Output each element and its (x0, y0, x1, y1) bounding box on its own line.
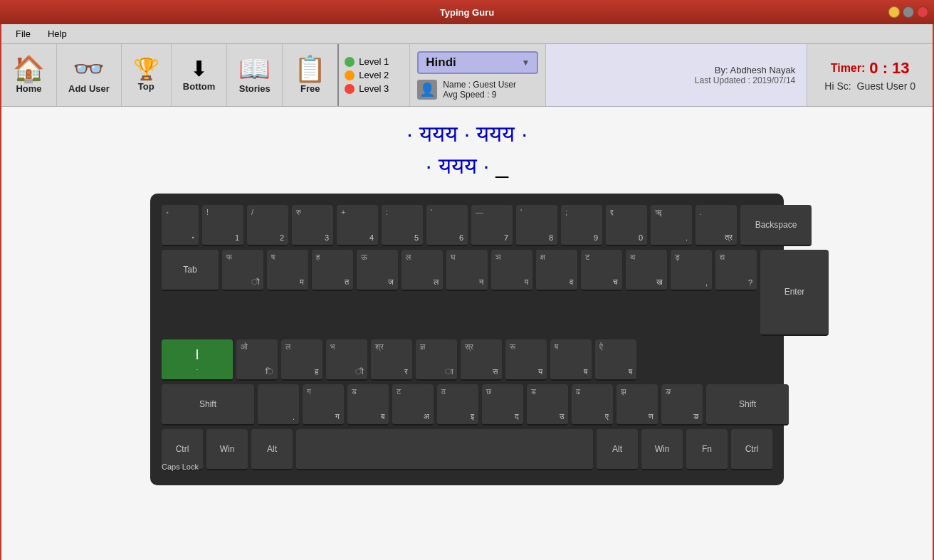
minimize-button[interactable] (888, 6, 900, 18)
level3-label: Level 3 (359, 83, 389, 94)
title-bar-text: Typing Guru (440, 7, 494, 18)
typing-line2: · ययय · _ (406, 150, 528, 182)
user-speed: Avg Speed : 9 (443, 90, 516, 100)
key-d[interactable]: भ ी (326, 339, 367, 381)
key-7[interactable]: — 7 (471, 205, 513, 246)
key-enter[interactable]: Enter (760, 250, 829, 336)
bottom-button[interactable]: ⬇ Bottom (172, 44, 228, 106)
key-capslock[interactable]: I . (162, 339, 233, 381)
key-x[interactable]: ग ग (303, 384, 344, 426)
key-3[interactable]: रु 3 (292, 205, 333, 246)
menu-help[interactable]: Help (39, 26, 75, 42)
key-9[interactable]: ; 9 (561, 205, 602, 246)
key-lbracket[interactable]: ड़ , (671, 250, 712, 291)
level2-label: Level 2 (359, 70, 389, 80)
key-ctrl-right[interactable]: Ctrl (731, 429, 772, 470)
alt-left-label: Alt (267, 444, 277, 454)
key-win-right[interactable]: Win (641, 429, 683, 470)
key-m[interactable]: ड उ (527, 384, 568, 426)
key-s[interactable]: ल ह (281, 339, 322, 381)
level1-item[interactable]: Level 1 (345, 55, 404, 68)
free-label: Free (300, 83, 320, 94)
key-1[interactable]: ! 1 (202, 205, 243, 246)
key-shift-left[interactable]: Shift (162, 384, 254, 426)
level3-item[interactable]: Level 3 (345, 82, 404, 95)
menu-bar: File Help (1, 24, 933, 44)
key-r[interactable]: ऊ ज (357, 250, 398, 291)
key-fwdslash[interactable]: ङ ङ (661, 384, 703, 426)
key-e[interactable]: ह त (312, 250, 353, 291)
menu-file[interactable]: File (7, 26, 39, 42)
key-backspace[interactable]: Backspace (740, 205, 812, 246)
free-button[interactable]: 📋 Free (283, 44, 339, 106)
key-u[interactable]: ञ प (491, 250, 532, 291)
key-l[interactable]: ऐ ष (595, 339, 636, 381)
key-j[interactable]: रू य (505, 339, 547, 381)
capslock-top-label: I (195, 347, 199, 363)
key-z[interactable]: . (258, 384, 299, 426)
stories-button[interactable]: 📖 Stories (227, 44, 283, 106)
timer-label: Timer: (831, 62, 866, 75)
key-4[interactable]: + 4 (337, 205, 378, 246)
key-a[interactable]: ओ ि (236, 339, 278, 381)
language-selected: Hindi (426, 56, 456, 70)
language-panel: Hindi ▼ 👤 Name : Guest User Avg Speed : … (410, 44, 546, 106)
key-v[interactable]: ट अ (392, 384, 434, 426)
key-q[interactable]: फ ौ (222, 250, 263, 291)
key-fn[interactable]: Fn (686, 429, 728, 470)
maximize-button[interactable] (903, 6, 914, 18)
free-icon: 📋 (294, 56, 326, 82)
key-rbracket[interactable]: द्य ? (715, 250, 757, 291)
key-b[interactable]: ठ इ (437, 384, 478, 426)
close-button[interactable] (917, 6, 928, 18)
title-bar: Typing Guru (0, 0, 934, 24)
key-k[interactable]: ष ष (550, 339, 592, 381)
key-tab[interactable]: Tab (162, 250, 219, 291)
key-o[interactable]: ट च (581, 250, 622, 291)
key-f[interactable]: श्र र (371, 339, 412, 381)
key-8[interactable]: ' 8 (516, 205, 557, 246)
key-comma[interactable]: ढ ए (572, 384, 613, 426)
key-n[interactable]: छ द (482, 384, 523, 426)
key-w[interactable]: ष म (267, 250, 308, 291)
level1-dot (345, 57, 355, 67)
add-user-button[interactable]: 👓 Add User (57, 44, 122, 106)
key-y[interactable]: घ न (446, 250, 488, 291)
user-name: Name : Guest User (443, 80, 516, 90)
key-period[interactable]: झ ण (616, 384, 658, 426)
key-g[interactable]: ज्ञ ा (416, 339, 457, 381)
key-c[interactable]: ड ब (347, 384, 389, 426)
key-h[interactable]: स्र स (461, 339, 502, 381)
key-alt-right[interactable]: Alt (597, 429, 638, 470)
key-shift-right[interactable]: Shift (706, 384, 789, 426)
key-i[interactable]: क्ष व (536, 250, 577, 291)
key-6[interactable]: ' 6 (426, 205, 468, 246)
key-5[interactable]: : 5 (382, 205, 423, 246)
key-0[interactable]: द्द 0 (606, 205, 647, 246)
key-t[interactable]: ल ल (402, 250, 443, 291)
level2-dot (345, 70, 355, 80)
key-2[interactable]: / 2 (247, 205, 288, 246)
add-user-label: Add User (68, 83, 110, 94)
user-details: Name : Guest User Avg Speed : 9 (443, 80, 516, 100)
stories-icon: 📖 (238, 56, 271, 82)
alt-right-label: Alt (612, 444, 622, 454)
key-p[interactable]: थ ख (626, 250, 667, 291)
key-spacebar[interactable] (296, 429, 593, 470)
keyboard: ॰ ॰ ! 1 / 2 रु 3 + 4 (150, 194, 784, 485)
key-minus[interactable]: ॠ . (651, 205, 692, 246)
key-alt-left[interactable]: Alt (251, 429, 293, 470)
top-label: Top (138, 81, 154, 92)
top-button[interactable]: 🏆 Top (122, 44, 172, 106)
language-selector[interactable]: Hindi ▼ (417, 51, 538, 74)
key-row-5: Ctrl Win Alt Alt Win Fn (162, 429, 772, 470)
fn-label: Fn (702, 444, 712, 454)
top-icon: 🏆 (133, 58, 159, 80)
home-button[interactable]: 🏠 Home (1, 44, 57, 106)
stats-panel: By: Abdhesh Nayak Last Updated : 2019/07… (546, 44, 807, 106)
shift-left-label: Shift (199, 399, 216, 409)
level2-item[interactable]: Level 2 (345, 68, 404, 82)
key-win-left[interactable]: Win (206, 429, 248, 470)
key-equals[interactable]: . त्र (696, 205, 737, 246)
key-backtick[interactable]: ॰ ॰ (162, 205, 199, 246)
